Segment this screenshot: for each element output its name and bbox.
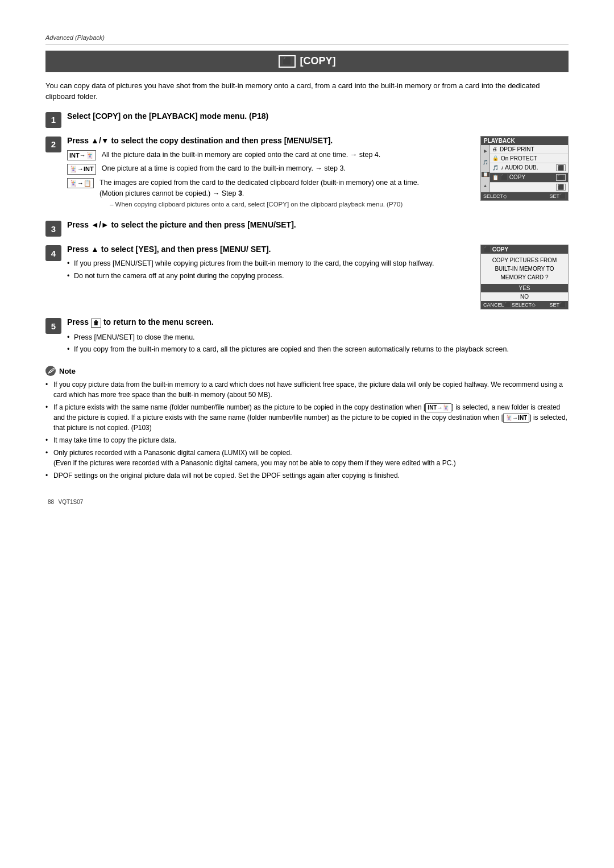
step-5-bullet-1: Press [MENU/SET] to close the menu.: [67, 332, 569, 343]
step-3-content: Press ◄/► to select the picture and then…: [67, 220, 569, 233]
step-4: 4 Press ▲ to select [YES], and then pres…: [45, 245, 569, 309]
step-5-bullets: Press [MENU/SET] to close the menu. If y…: [67, 332, 569, 356]
step-2-sub-1: INT→🃏 All the picture data in the built-…: [67, 150, 472, 161]
sd-to-clipboard-icon: 🃏→📋: [67, 178, 94, 188]
note-item-2: If a picture exists with the same name (…: [45, 402, 569, 433]
step-1-title: Select [COPY] on the [PLAYBACK] mode men…: [67, 111, 569, 121]
copy-ss-body: COPY PICTURES FROM BUILT-IN MEMORY TO ME…: [481, 254, 568, 284]
copy-ss-yes: YES: [481, 284, 568, 292]
pb-bottom-set: SET⬛: [549, 193, 566, 199]
step-1: 1 Select [COPY] on the [PLAYBACK] mode m…: [45, 111, 569, 128]
copy-screenshot: ⬛ COPY COPY PICTURES FROM BUILT-IN MEMOR…: [480, 245, 569, 309]
step-1-content: Select [COPY] on the [PLAYBACK] mode men…: [67, 111, 569, 124]
step-2: 2 Press ▲/▼ to select the copy destinati…: [45, 136, 569, 213]
step-3: 3 Press ◄/► to select the picture and th…: [45, 220, 569, 237]
int-to-sd-icon: INT→🃏: [67, 150, 96, 160]
note-icon: 🖊: [45, 366, 56, 376]
step-4-title: Press ▲ to select [YES], and then press …: [67, 245, 472, 254]
title-bar: ⬛ [COPY]: [45, 51, 569, 72]
step-2-sub-items: INT→🃏 All the picture data in the built-…: [67, 150, 472, 210]
page-number: 88: [48, 499, 54, 505]
copy-ss-set: SET⬛: [549, 302, 566, 308]
pb-row-extra: ⬛: [490, 183, 568, 192]
step-5-title: Press 🗑 to return to the menu screen.: [67, 317, 569, 327]
pb-row-protect: 🔒 On PROTECT: [490, 154, 568, 163]
int-sd-inline-icon: INT→🃏: [425, 403, 451, 412]
note-label: Note: [59, 367, 76, 375]
section-divider: [45, 44, 569, 45]
copy-ss-no: NO: [481, 292, 568, 301]
step-4-content: Press ▲ to select [YES], and then press …: [67, 245, 569, 309]
pb-row-audio: 🎵 ♪ AUDIO DUB. ⬛: [490, 163, 568, 173]
note-section: 🖊 Note If you copy picture data from the…: [45, 366, 569, 481]
pb-dpof-label: DPOF PRINT: [500, 146, 534, 152]
pb-copy-label: ⬛ COPY: [501, 174, 525, 180]
step-5-bullet-2: If you copy from the built-in memory to …: [67, 344, 569, 355]
pb-bottom: SELECT◇ SET⬛: [481, 192, 568, 200]
note-item-3: It may take time to copy the picture dat…: [45, 435, 569, 445]
copy-icon-box: ⬛: [279, 55, 296, 68]
pb-row-copy: 📋 ⬛ COPY ⬛: [490, 173, 568, 183]
page-footer: 88 VQT1S07: [45, 498, 569, 506]
step-4-bullet-1: If you press [MENU/SET] while copying pi…: [67, 258, 472, 269]
step-2-sub-3-text: The images are copied from the card to t…: [99, 177, 419, 209]
trash-icon: 🗑: [91, 319, 101, 328]
step-2-sub-2-text: One picture at a time is copied from the…: [102, 163, 346, 174]
sd-to-int-icon: 🃏→INT: [67, 164, 96, 174]
step-5-content: Press 🗑 to return to the menu screen. Pr…: [67, 317, 569, 357]
step-3-title: Press ◄/► to select the picture and then…: [67, 220, 569, 229]
playback-screenshot: PLAYBACK ▶ 🎵 📋 ▲ 🖨 DPOF PRINT: [480, 136, 569, 201]
step-3-num: 3: [45, 221, 61, 237]
step-2-num: 2: [45, 137, 61, 152]
sd-int-inline-icon: 🃏→INT: [503, 414, 529, 423]
pb-audio-label: ♪ AUDIO DUB.: [501, 164, 538, 171]
copy-ss-title: ⬛ COPY: [481, 245, 568, 254]
step-5-num: 5: [45, 318, 61, 334]
pb-bottom-select: SELECT◇: [483, 193, 507, 199]
note-items: If you copy picture data from the built-…: [45, 379, 569, 481]
model-number: VQT1S07: [58, 499, 83, 505]
page-title: [COPY]: [300, 55, 336, 67]
pb-row-dpof: 🖨 DPOF PRINT: [490, 145, 568, 154]
step-4-bullets: If you press [MENU/SET] while copying pi…: [67, 258, 472, 282]
step-2-sub-2: 🃏→INT One picture at a time is copied fr…: [67, 163, 472, 175]
note-header: 🖊 Note: [45, 366, 569, 376]
intro-text: You can copy data of pictures you have s…: [45, 80, 569, 102]
step-4-bullet-2: Do not turn the camera off at any point …: [67, 271, 472, 282]
copy-ss-bottom: CANCEL⬛ SELECT◇ SET⬛: [481, 301, 568, 309]
copy-ss-cancel: CANCEL⬛ SELECT◇: [483, 302, 536, 308]
step-2-title: Press ▲/▼ to select the copy destination…: [67, 136, 472, 145]
step-2-sub-3: 🃏→📋 The images are copied from the card …: [67, 177, 472, 209]
note-item-4: Only pictures recorded with a Panasonic …: [45, 448, 569, 468]
pb-title: PLAYBACK: [481, 137, 568, 145]
step-1-num: 1: [45, 112, 61, 128]
step-5: 5 Press 🗑 to return to the menu screen. …: [45, 317, 569, 357]
note-item-1: If you copy picture data from the built-…: [45, 379, 569, 400]
step-2-sub-1-text: All the picture data in the built-in mem…: [102, 150, 381, 160]
note-item-5: DPOF settings on the original picture da…: [45, 470, 569, 481]
step-2-content: Press ▲/▼ to select the copy destination…: [67, 136, 569, 213]
pb-protect-label: On PROTECT: [501, 155, 537, 162]
page-label: Advanced (Playback): [45, 34, 569, 41]
step-4-num: 4: [45, 245, 61, 261]
